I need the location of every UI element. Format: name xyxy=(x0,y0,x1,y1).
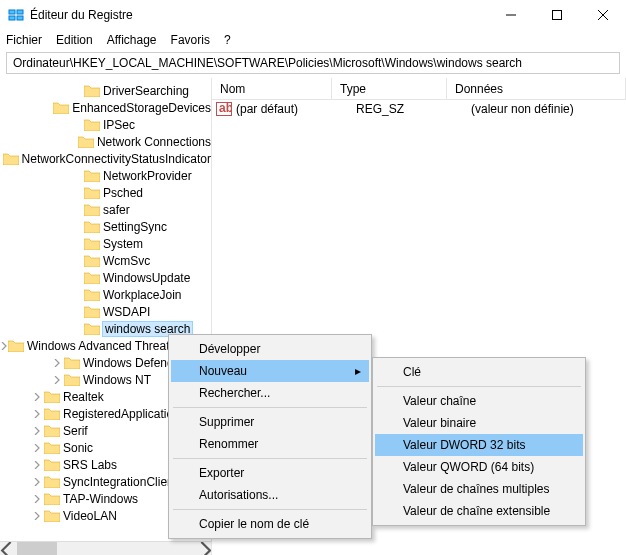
tree-item-label: WSDAPI xyxy=(103,305,150,319)
chevron-icon[interactable] xyxy=(30,512,44,520)
chevron-icon[interactable] xyxy=(30,410,44,418)
tree-item[interactable]: SettingSync xyxy=(0,218,211,235)
value-type: REG_SZ xyxy=(356,102,471,116)
value-name: (par défaut) xyxy=(236,102,356,116)
tree-item-label: Windows NT xyxy=(83,373,151,387)
chevron-icon[interactable] xyxy=(30,444,44,452)
ctx-new-string[interactable]: Valeur chaîne xyxy=(375,390,583,412)
tree-item[interactable]: WcmSvc xyxy=(0,252,211,269)
folder-icon xyxy=(44,509,60,523)
folder-icon xyxy=(44,407,60,421)
tree-item-label: SyncIntegrationClients xyxy=(63,475,183,489)
ctx-copy-key-name[interactable]: Copier le nom de clé xyxy=(171,513,369,535)
tree-item-label: IPSec xyxy=(103,118,135,132)
tree-item-label: EnhancedStorageDevices xyxy=(72,101,211,115)
svg-rect-0 xyxy=(9,10,15,14)
folder-icon xyxy=(84,254,100,268)
chevron-icon[interactable] xyxy=(30,478,44,486)
string-value-icon: ab xyxy=(216,102,232,116)
folder-icon xyxy=(78,135,94,149)
list-row[interactable]: ab (par défaut) REG_SZ (valeur non défin… xyxy=(212,100,626,118)
tree-item[interactable]: System xyxy=(0,235,211,252)
column-data[interactable]: Données xyxy=(447,78,626,99)
scroll-left-button[interactable] xyxy=(0,542,17,556)
menu-favorites[interactable]: Favoris xyxy=(171,33,210,47)
folder-icon xyxy=(3,152,19,166)
column-name[interactable]: Nom xyxy=(212,78,332,99)
list-header: Nom Type Données xyxy=(212,78,626,100)
scroll-thumb[interactable] xyxy=(17,542,57,555)
ctx-export[interactable]: Exporter xyxy=(171,462,369,484)
chevron-icon[interactable] xyxy=(30,461,44,469)
tree-item[interactable]: IPSec xyxy=(0,116,211,133)
menu-view[interactable]: Affichage xyxy=(107,33,157,47)
tree-item-label: Sonic xyxy=(63,441,93,455)
chevron-icon[interactable] xyxy=(30,427,44,435)
folder-icon xyxy=(84,118,100,132)
tree-item[interactable]: WSDAPI xyxy=(0,303,211,320)
ctx-new-key[interactable]: Clé xyxy=(375,361,583,383)
column-type[interactable]: Type xyxy=(332,78,447,99)
folder-icon xyxy=(84,305,100,319)
minimize-button[interactable] xyxy=(488,0,534,30)
folder-icon xyxy=(44,492,60,506)
ctx-new-binary[interactable]: Valeur binaire xyxy=(375,412,583,434)
horizontal-scrollbar[interactable] xyxy=(0,541,212,555)
tree-item[interactable]: NetworkConnectivityStatusIndicator xyxy=(0,150,211,167)
address-bar[interactable]: Ordinateur\HKEY_LOCAL_MACHINE\SOFTWARE\P… xyxy=(6,52,620,74)
tree-item-label: safer xyxy=(103,203,130,217)
ctx-new-expandstring[interactable]: Valeur de chaîne extensible xyxy=(375,500,583,522)
tree-item-label: NetworkProvider xyxy=(103,169,192,183)
folder-icon xyxy=(84,322,100,336)
folder-icon xyxy=(8,339,24,353)
svg-text:ab: ab xyxy=(219,102,232,115)
ctx-new-multistring[interactable]: Valeur de chaînes multiples xyxy=(375,478,583,500)
folder-icon xyxy=(44,424,60,438)
tree-item[interactable]: WindowsUpdate xyxy=(0,269,211,286)
svg-rect-5 xyxy=(553,11,562,20)
tree-item[interactable]: Network Connections xyxy=(0,133,211,150)
ctx-find[interactable]: Rechercher... xyxy=(171,382,369,404)
menu-edit[interactable]: Edition xyxy=(56,33,93,47)
folder-icon xyxy=(44,458,60,472)
chevron-icon[interactable] xyxy=(30,393,44,401)
ctx-rename[interactable]: Renommer xyxy=(171,433,369,455)
tree-item-label: NetworkConnectivityStatusIndicator xyxy=(22,152,211,166)
maximize-button[interactable] xyxy=(534,0,580,30)
chevron-icon[interactable] xyxy=(0,342,8,350)
ctx-permissions[interactable]: Autorisations... xyxy=(171,484,369,506)
ctx-expand[interactable]: Développer xyxy=(171,338,369,360)
folder-icon xyxy=(64,356,80,370)
ctx-new-dword[interactable]: Valeur DWORD 32 bits xyxy=(375,434,583,456)
tree-item[interactable]: EnhancedStorageDevices xyxy=(0,99,211,116)
ctx-delete[interactable]: Supprimer xyxy=(171,411,369,433)
folder-icon xyxy=(84,186,100,200)
folder-icon xyxy=(84,237,100,251)
chevron-icon[interactable] xyxy=(30,495,44,503)
menu-file[interactable]: Fichier xyxy=(6,33,42,47)
tree-item[interactable]: safer xyxy=(0,201,211,218)
tree-item[interactable]: WorkplaceJoin xyxy=(0,286,211,303)
ctx-new[interactable]: Nouveau▸ xyxy=(171,360,369,382)
menu-help[interactable]: ? xyxy=(224,33,231,47)
titlebar: Éditeur du Registre xyxy=(0,0,626,30)
context-menu: Développer Nouveau▸ Rechercher... Suppri… xyxy=(168,334,372,539)
scroll-right-button[interactable] xyxy=(195,542,212,556)
chevron-icon[interactable] xyxy=(50,376,64,384)
chevron-icon[interactable] xyxy=(50,359,64,367)
svg-rect-2 xyxy=(9,16,15,20)
tree-item[interactable]: NetworkProvider xyxy=(0,167,211,184)
regedit-icon xyxy=(8,7,24,23)
close-button[interactable] xyxy=(580,0,626,30)
separator xyxy=(377,386,581,387)
tree-item[interactable]: DriverSearching xyxy=(0,82,211,99)
ctx-new-qword[interactable]: Valeur QWORD (64 bits) xyxy=(375,456,583,478)
separator xyxy=(173,458,367,459)
tree-item-label: Network Connections xyxy=(97,135,211,149)
svg-rect-1 xyxy=(17,10,23,14)
tree-item[interactable]: Psched xyxy=(0,184,211,201)
tree-item-label: WorkplaceJoin xyxy=(103,288,181,302)
folder-icon xyxy=(53,101,69,115)
tree-item-label: WcmSvc xyxy=(103,254,150,268)
tree-item-label: SRS Labs xyxy=(63,458,117,472)
